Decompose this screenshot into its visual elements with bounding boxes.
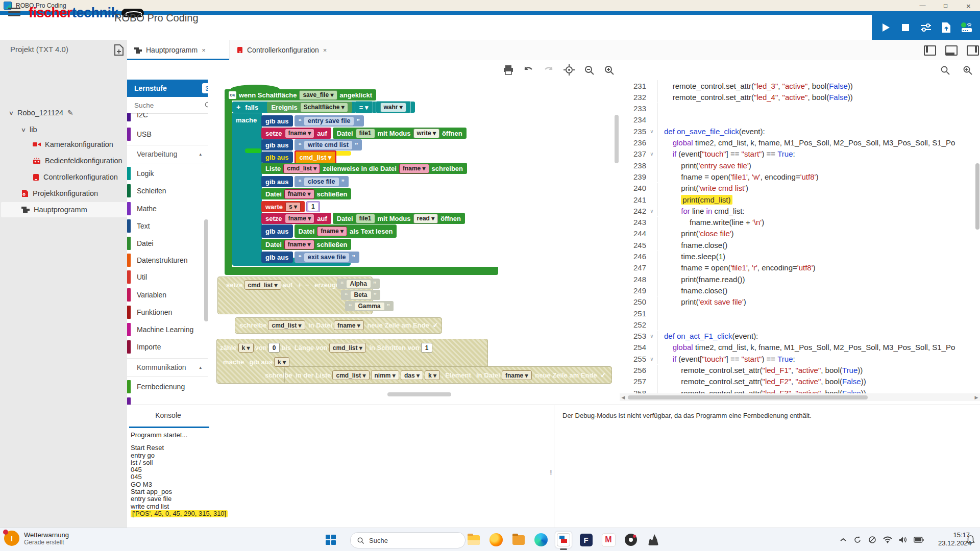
do-not-disturb-icon[interactable] <box>868 536 876 544</box>
app-9-icon[interactable] <box>645 532 662 548</box>
mache-label[interactable]: mache <box>236 116 257 124</box>
taskbar-search[interactable]: Suche <box>350 532 465 548</box>
disabled-count-write-row[interactable]: schreibe in der Listecmd_list ▾nimm ▾das… <box>265 370 606 380</box>
firefox-icon[interactable] <box>488 532 504 548</box>
edge-icon[interactable] <box>533 532 549 548</box>
print-block[interactable]: gib aus“write cmd list” <box>261 139 362 151</box>
layout-bottom-icon[interactable] <box>945 45 958 56</box>
set-variable-block[interactable]: setzefname ▾aufDateifile1mit Moduswrite … <box>261 128 467 139</box>
disabled-write-block[interactable]: schreibecmd_list ▾ in Dateifname ▾ neue … <box>239 320 438 330</box>
tree-item-lib[interactable]: ∨lib <box>1 122 146 137</box>
zoom-out-icon[interactable] <box>584 65 595 76</box>
workspace-vscrollbar[interactable] <box>615 115 619 163</box>
print-block-selected[interactable]: gib auscmd_list ▾ <box>261 151 336 164</box>
start-button[interactable] <box>326 535 336 545</box>
falls-condition-block[interactable]: +falls EreignisSchaltfläche ▾= ▾wahr ▾ <box>232 102 415 113</box>
fold-arrow-icon[interactable]: ∨ <box>646 208 657 214</box>
toolbox-category-clipped[interactable] <box>127 395 208 405</box>
print-block[interactable]: gib aus“exit save file” <box>261 252 359 263</box>
file-explorer-icon[interactable] <box>465 532 482 548</box>
sync-icon[interactable] <box>853 536 862 544</box>
toolbox-category-datei[interactable]: Datei <box>127 235 208 252</box>
battery-icon[interactable] <box>914 537 924 543</box>
chevron-down-icon[interactable]: ∨ <box>21 127 26 133</box>
center-view-icon[interactable] <box>564 64 575 76</box>
tab-hauptprogramm[interactable]: Hauptprogramm × <box>127 40 230 60</box>
scroll-left-icon[interactable]: ◀ <box>620 395 627 400</box>
disabled-string-block[interactable]: “Beta” <box>341 290 380 300</box>
toolbox-category-text[interactable]: Text <box>127 217 208 235</box>
list-write-block[interactable]: Listecmd_list ▾zeilenweise in die Dateif… <box>261 163 467 174</box>
code-hscrollbar[interactable]: ◀ ▶ <box>620 393 980 401</box>
close-tab-icon[interactable]: × <box>202 46 206 54</box>
controller-status-icon[interactable] <box>960 21 973 34</box>
menu-icon[interactable] <box>8 8 20 17</box>
toolbox-category-importe[interactable]: Importe <box>127 338 208 356</box>
stop-icon[interactable] <box>899 21 912 34</box>
disabled-string-block[interactable]: “Gamma” <box>345 301 394 311</box>
toolbox-category-verarbeitung[interactable]: Verarbeitung▴ <box>127 145 208 163</box>
weather-widget[interactable]: ! Wetterwarnung Gerade erstellt <box>4 531 69 546</box>
robo-pro-coding-icon[interactable] <box>555 532 572 548</box>
close-button[interactable]: × <box>957 0 980 11</box>
fold-arrow-icon[interactable]: ∨ <box>646 333 657 339</box>
file-close-block[interactable]: Dateifname ▾schließen <box>261 239 351 250</box>
notifications-bell-icon[interactable] <box>966 535 975 544</box>
minimize-button[interactable]: — <box>911 0 934 11</box>
folder-icon[interactable] <box>510 532 527 548</box>
workspace-hscrollbar[interactable] <box>387 392 451 396</box>
upload-file-icon[interactable] <box>940 21 953 34</box>
toolbox-category-fernbedienung[interactable]: Fernbedienung <box>127 378 208 395</box>
collapse-arrow-icon[interactable]: ▴ <box>199 365 202 370</box>
disabled-string-block[interactable]: “Alpha” <box>337 279 380 289</box>
disabled-count-block[interactable]: zählek ▾von0bis Länge voncmd_list ▾ in S… <box>220 343 432 353</box>
scroll-right-icon[interactable]: ▶ <box>973 395 980 400</box>
toolbox-category-schleifen[interactable]: Schleifen <box>127 182 208 199</box>
code-zoom-icon[interactable] <box>963 65 973 76</box>
edit-pencil-icon[interactable]: ✎ <box>67 109 74 117</box>
maximize-button[interactable]: □ <box>934 0 957 11</box>
app-8-icon[interactable] <box>623 532 639 548</box>
taskbar-clock[interactable]: 15:17 23.12.2024 <box>938 531 970 547</box>
toolbox-category-util[interactable]: Util <box>127 268 208 286</box>
toolbox-category-logik[interactable]: Logik <box>127 165 208 182</box>
printer-icon[interactable] <box>503 65 513 75</box>
tab-konsole[interactable]: Konsole <box>129 411 207 419</box>
layout-left-icon[interactable] <box>924 45 936 56</box>
fold-arrow-icon[interactable]: ∨ <box>646 151 657 157</box>
wait-block[interactable]: wartes ▾1 <box>261 201 320 212</box>
tree-item-robo_121124[interactable]: ∨Robo_121124✎ <box>1 105 134 120</box>
toolbox-category-datenstrukturen[interactable]: Datenstrukturen <box>127 252 208 269</box>
set-variable-block[interactable]: setzefname ▾aufDateifile1mit Modusread ▾… <box>261 213 465 224</box>
chevron-down-icon[interactable]: ∨ <box>9 110 14 116</box>
toolbox-category-mathe[interactable]: Mathe <box>127 200 208 217</box>
toolbox-category-variablen[interactable]: Variablen <box>127 286 208 304</box>
add-file-icon[interactable] <box>113 44 125 56</box>
play-icon[interactable] <box>879 21 892 34</box>
undo-icon[interactable] <box>523 65 534 74</box>
panel-divider[interactable] <box>554 405 554 528</box>
toolbox-category-kommunikation[interactable]: Kommunikation▴ <box>127 358 208 377</box>
fold-arrow-icon[interactable]: ∨ <box>646 356 657 362</box>
close-tab-icon[interactable]: × <box>323 46 327 54</box>
chevron-up-icon[interactable] <box>840 537 847 542</box>
print-block[interactable]: gib aus“close file” <box>261 176 349 187</box>
wifi-icon[interactable] <box>883 536 892 543</box>
lernstufe-row[interactable]: Lernstufe 3 <box>127 80 208 97</box>
code-vscrollbar[interactable] <box>975 163 979 230</box>
tab-controllerkonfiguration[interactable]: Controllerkonfiguration × <box>230 40 346 60</box>
file-close-block[interactable]: Dateifname ▾schließen <box>261 188 351 199</box>
tree-item-hauptprogramm[interactable]: Hauptprogramm <box>1 202 146 217</box>
toolbox-category-i2c[interactable]: I2C <box>127 113 208 123</box>
layout-right-icon[interactable] <box>967 45 979 56</box>
event-hat-block[interactable]: OKwenn Schaltflächesave_file ▾angeklickt <box>225 89 376 101</box>
blockly-workspace[interactable]: OKwenn Schaltflächesave_file ▾angeklickt… <box>208 60 620 405</box>
toolbox-category-machine-learning[interactable]: Machine Learning <box>127 321 208 338</box>
print-read-block[interactable]: gib ausDateifname ▾als Text lesen <box>261 224 397 238</box>
code-search-icon[interactable] <box>940 65 950 76</box>
fold-arrow-icon[interactable]: ∨ <box>646 129 657 134</box>
code-hscroll-thumb[interactable] <box>628 395 868 399</box>
zoom-in-icon[interactable] <box>604 65 615 76</box>
collapse-arrow-icon[interactable]: ▴ <box>199 152 202 157</box>
f-app-icon[interactable]: F <box>578 532 594 548</box>
